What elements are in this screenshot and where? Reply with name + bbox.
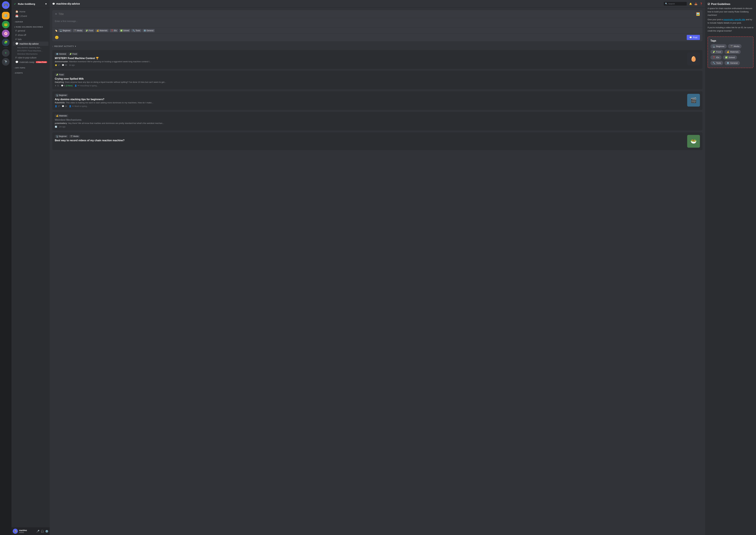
record-tag-beginner[interactable]: 🖥️ Beginner (55, 135, 68, 138)
section-events[interactable]: › EVENTS (12, 70, 50, 74)
server-icon-4[interactable]: 🧩 (2, 39, 10, 46)
tag-chip-solved[interactable]: ✅ Solved (119, 29, 130, 32)
section-server-arrow: › (14, 21, 14, 23)
tag-chip-food[interactable]: 🥬 Food (84, 29, 94, 32)
tag-pill-materials[interactable]: 💰 Materials (724, 50, 741, 54)
header-icons: 🔍 Search 🔔 📥 ❓ (664, 2, 703, 6)
tag-chip-materials[interactable]: 💰 Materials (95, 29, 109, 32)
mystery-tag-food[interactable]: 🥬 Food (68, 53, 78, 55)
milk-colon: : (64, 81, 65, 83)
mystery-tag-general[interactable]: ⚙️ General (55, 53, 67, 55)
post-card-domino[interactable]: 🖥️ Beginner Any domino stacking tips for… (52, 91, 703, 110)
section-machines[interactable]: ∨ RUBE GOLDBERG MACHINES (12, 23, 50, 29)
channel-list: 🏠 Home 📅 1 Event › SERVER ∨ RUBE GOLDBER… (12, 8, 50, 527)
domino-tag-beginner[interactable]: 🖥️ Beginner (55, 94, 68, 97)
recent-activity-label: RECENT ACTIVITY (54, 45, 74, 47)
tag-pill-general[interactable]: ⚙️ General (724, 61, 740, 65)
weirdest-materials-emoji: 💰 (56, 115, 58, 117)
discover-icon[interactable]: 🔭 (2, 58, 10, 66)
tag-pill-beginner[interactable]: 🖥️ Beginner (711, 44, 727, 48)
weirdest-time: 2m ago (59, 126, 66, 128)
tag-chip-media[interactable]: 🎬 Media (73, 29, 83, 32)
guidelines-checkbox-icon: ☑ (708, 3, 710, 6)
milk-title: Crying over Spilled Milk (55, 77, 700, 80)
solved-emoji: ✅ (120, 29, 123, 32)
tag-pill-solved[interactable]: ✅ Solved (723, 55, 737, 60)
sidebar-item-home[interactable]: 🏠 Home (13, 10, 48, 14)
post-button-label: Post (693, 36, 697, 39)
milk-author: DairyKing (55, 81, 64, 83)
tag-pill-tools[interactable]: 🔧 Tools (711, 61, 723, 65)
post-card-record-videos[interactable]: 🖥️ Beginner 🎬 Media Best way to record v… (52, 132, 703, 150)
sidebar-item-showoff[interactable]: # show-off (13, 33, 48, 37)
section-machines-label: RUBE GOLDBERG MACHINES (16, 26, 43, 28)
record-tag-media[interactable]: 🎬 Media (69, 135, 80, 138)
sidebar-item-home-label: Home (19, 10, 25, 13)
post-card-spilled-milk[interactable]: 🥬 Food Crying over Spilled Milk DairyKin… (52, 71, 703, 89)
sidebar-item-fails[interactable]: # fails (13, 37, 48, 42)
tag-pill-media[interactable]: 🎬 Media (728, 44, 742, 48)
tag-chip-beginner[interactable]: 🖥️ Beginner (58, 29, 72, 32)
media-emoji: 🎬 (74, 29, 76, 32)
domino-thumbnail: 🎬 (687, 94, 700, 106)
hash-icon-4: # (15, 56, 17, 59)
mystery-food-author: dominomaster (55, 60, 68, 63)
server-icon-3[interactable]: 🌸 (2, 30, 10, 37)
sidebar-item-rube-pop[interactable]: # rube-in-pop-culture (13, 56, 48, 60)
server-name: Rube Goldberg (18, 3, 35, 5)
post-body-area[interactable]: Enter a first message... (52, 18, 703, 28)
server-header[interactable]: ✔ Rube Goldberg ▼ (12, 0, 50, 8)
post-title-input[interactable] (58, 13, 695, 16)
record-thumbnail: 🥗 (687, 135, 700, 148)
notification-bell-icon[interactable]: 🔔 (689, 3, 692, 5)
emoji-picker-icon[interactable]: 😊 (55, 36, 59, 39)
tag-pill-food[interactable]: 🥬 Food (711, 50, 723, 54)
post-button[interactable]: 💬 Post (687, 35, 700, 40)
post-card-mystery-food[interactable]: ⚙️ General 🥬 Food MYSTERY Food Machine C… (52, 50, 703, 69)
add-server-icon[interactable]: + (2, 49, 10, 57)
search-bar[interactable]: 🔍 Search (664, 2, 687, 6)
materials-emoji: 💰 (97, 29, 99, 32)
tag-pill-ids[interactable]: ❓ IDs (711, 55, 722, 60)
post-card-weirdest[interactable]: 💰 Materials Weirdest Mechanisms potatoba… (52, 112, 703, 130)
section-off-topic[interactable]: › OFF-TOPIC (12, 64, 50, 70)
sidebar-item-general[interactable]: # general (13, 29, 48, 33)
subthread-weirdest[interactable]: Weirdest Mechanisms (13, 52, 48, 55)
food-tag-emoji: 🥬 (70, 53, 72, 55)
milk-tag-food[interactable]: 🥬 Food (55, 73, 65, 76)
section-server[interactable]: › SERVER (12, 18, 50, 23)
add-image-icon[interactable]: 🖼️ (696, 12, 700, 16)
milk-text: Does anyone have any tips on doing a liq… (65, 81, 166, 83)
guidelines-link[interactable]: meaningful, specific title (723, 18, 745, 21)
user-controls: 🎤 🎧 ⚙️ (36, 530, 48, 533)
help-icon[interactable]: ❓ (700, 3, 703, 5)
domino-beginner-label: Beginner (59, 94, 67, 97)
hash-icon-2: # (15, 34, 17, 37)
sidebar-item-events[interactable]: 📅 1 Event (13, 14, 48, 18)
tag-chip-ids[interactable]: ❓ IDs (110, 29, 118, 32)
tag-chip-tools[interactable]: 🔧 Tools (131, 29, 141, 32)
inbox-icon[interactable]: 📥 (694, 3, 697, 5)
sidebar-item-materials-swap[interactable]: 💬 materials-swap 2 New Posts (13, 60, 48, 64)
tag-chip-general[interactable]: ⚙️ General (142, 29, 155, 32)
mystery-comments-count: 89 (65, 64, 67, 66)
sidebar-machine-diy-label: machine-diy-advice (19, 42, 39, 45)
tools-emoji: 🔧 (132, 29, 135, 32)
pill-general-label: General (730, 62, 738, 64)
server-icon-2[interactable]: 🐸 (2, 21, 10, 28)
discord-home-icon[interactable]: 🎮 (2, 1, 10, 9)
domino-meta: 👤 17 💬 24 👤 ••• Mush is typing... (55, 105, 685, 107)
sidebar-item-machine-diy[interactable]: 💬 machine-diy-advice (13, 42, 48, 46)
settings-icon[interactable]: ⚙️ (45, 530, 48, 533)
weirdest-tag-materials[interactable]: 💰 Materials (55, 114, 68, 117)
sidebar-showoff-label: show-off (18, 34, 26, 36)
post-body-placeholder: Enter a first message... (55, 20, 78, 22)
recent-activity-header[interactable]: ↕ RECENT ACTIVITY ▾ (52, 44, 703, 49)
server-icon-rube[interactable]: ⚙️ (2, 12, 10, 19)
headphones-icon[interactable]: 🎧 (41, 530, 44, 533)
subthread-mystery[interactable]: MYSTERY Food Machine... (13, 49, 48, 52)
microphone-icon[interactable]: 🎤 (36, 530, 40, 533)
record-tags-row: 🖥️ Beginner 🎬 Media (55, 135, 685, 138)
close-post-icon[interactable]: ✕ (55, 12, 57, 16)
subthread-domino[interactable]: Any domino stacking tips... (13, 46, 48, 49)
